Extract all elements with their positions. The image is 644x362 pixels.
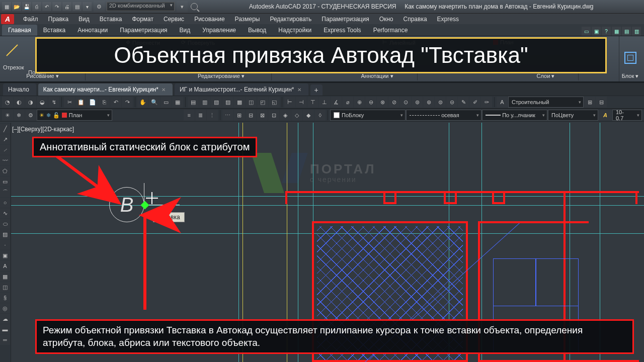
close-icon[interactable]: ✕ (297, 87, 301, 93)
draw-line-icon[interactable]: ╱ (0, 124, 10, 134)
layer-icon[interactable]: ❄ (14, 110, 25, 121)
tb1-icon[interactable]: ▨ (222, 97, 233, 108)
qat-saveas-icon[interactable]: ⎙ (32, 2, 41, 11)
dim-icon[interactable]: ⊣ (296, 97, 307, 108)
tb1-icon[interactable]: ✋ (137, 97, 148, 108)
tb1-icon[interactable]: ▩ (234, 97, 245, 108)
app-logo[interactable]: A (1, 14, 14, 24)
layer-tool-icon[interactable]: ⊟ (246, 110, 257, 121)
layer-tool-icon[interactable]: ◇ (291, 110, 302, 121)
draw-poly-icon[interactable]: ⬠ (0, 166, 10, 176)
ribbon-tab-annotate[interactable]: Аннотации (71, 25, 114, 36)
close-icon[interactable]: ✕ (162, 87, 166, 93)
workspace-selector[interactable]: 2D комбинированный (107, 2, 175, 11)
draw-arc-icon[interactable]: ⌒ (0, 187, 10, 197)
tb1-icon[interactable]: ◔ (2, 97, 13, 108)
dim-icon[interactable]: ⊞ (584, 97, 595, 108)
model-space[interactable]: ПОРТАЛ о черчении (11, 123, 644, 362)
menu-draw[interactable]: Рисование (189, 14, 229, 24)
draw-helix-icon[interactable]: § (0, 293, 10, 303)
tb1-icon[interactable]: ▥ (199, 97, 210, 108)
tb1-icon[interactable]: ◫ (246, 97, 257, 108)
ribbon-min-icon[interactable]: ▭ (582, 27, 591, 36)
dim-icon[interactable]: ⌀ (342, 97, 353, 108)
tb1-icon[interactable]: ◐ (14, 97, 25, 108)
qat-save-icon[interactable]: 💾 (22, 2, 31, 11)
draw-ray-icon[interactable]: ↗ (0, 134, 10, 144)
draw-table-icon[interactable]: ▦ (0, 272, 10, 282)
qat-undo-icon[interactable]: ↶ (42, 2, 51, 11)
draw-text-icon[interactable]: A (0, 261, 10, 271)
menu-view[interactable]: Вид (73, 14, 95, 24)
line-tool-icon[interactable] (3, 41, 21, 59)
dim-icon[interactable]: ⊛ (423, 97, 434, 108)
dim-icon[interactable]: ✐ (469, 97, 480, 108)
layer-tool-icon[interactable]: ◈ (280, 110, 291, 121)
tb1-icon[interactable]: ▭ (160, 97, 172, 108)
file-tab-other[interactable]: ИГ и Машиностроит...- Евгений Курицин*✕ (175, 83, 308, 96)
draw-spline-icon[interactable]: ∿ (0, 208, 10, 218)
draw-point-icon[interactable]: · (0, 240, 10, 250)
ribbon-tab-parametric[interactable]: Параметризация (114, 25, 173, 36)
draw-rev-icon[interactable]: ☁ (0, 314, 10, 324)
tb1-icon[interactable]: ↶ (110, 97, 121, 108)
ribbon-help-icon[interactable]: ? (602, 27, 611, 36)
ribbon-tab-view[interactable]: Вид (174, 25, 197, 36)
layer-tool-icon[interactable]: ≣ (195, 110, 206, 121)
layer-tool-icon[interactable]: ◆ (303, 110, 314, 121)
palette3-icon[interactable]: ▥ (632, 27, 641, 36)
tb1-icon[interactable]: ↷ (122, 97, 133, 108)
layer-tool-icon[interactable]: ⋮ (207, 110, 218, 121)
draw-ellipse-icon[interactable]: ⬭ (0, 219, 10, 229)
dim-icon[interactable]: ⊢ (284, 97, 295, 108)
dim-icon[interactable]: ⊥ (319, 97, 330, 108)
layer-tool-icon[interactable]: ⊞ (234, 110, 245, 121)
dim-icon[interactable]: ⊗ (377, 97, 388, 108)
menu-edit[interactable]: Правка (43, 14, 74, 24)
layer-current[interactable]: ☀❄🔓 План (37, 110, 112, 121)
color-selector[interactable]: ПоБлоку (330, 110, 406, 121)
dim-icon[interactable]: ⊜ (435, 97, 446, 108)
annotative-icon[interactable]: A (599, 110, 612, 121)
menu-window[interactable]: Окно (374, 14, 398, 24)
tb1-icon[interactable]: ◱ (269, 97, 280, 108)
plotstyle-selector[interactable]: ПоЦвету (548, 110, 598, 121)
layer-icon[interactable]: ☀ (2, 110, 13, 121)
draw-wipe-icon[interactable]: ▬ (0, 324, 10, 334)
menu-help[interactable]: Справка (398, 14, 432, 24)
tb1-icon[interactable]: ⎘ (99, 97, 110, 108)
layer-tool-icon[interactable]: ⊠ (257, 110, 268, 121)
draw-donut-icon[interactable]: ◎ (0, 303, 10, 313)
ribbon-tab-express[interactable]: Express Tools (317, 25, 367, 36)
dim-icon[interactable]: ⊤ (307, 97, 318, 108)
menu-dimension[interactable]: Размеры (230, 14, 265, 24)
tb1-icon[interactable]: ▧ (211, 97, 222, 108)
dim-icon[interactable]: ⊘ (388, 97, 399, 108)
dim-icon[interactable]: ⊕ (354, 97, 365, 108)
dim-icon[interactable]: ⊟ (596, 97, 607, 108)
lineweight-selector[interactable]: По у...лчаник (482, 110, 547, 121)
ribbon-tab-insert[interactable]: Вставка (37, 25, 72, 36)
ribbon-tab-addins[interactable]: Надстройки (272, 25, 317, 36)
tb1-icon[interactable]: ◰ (257, 97, 268, 108)
draw-block-icon[interactable]: ▣ (0, 250, 10, 260)
ribbon-tab-performance[interactable]: Performance (367, 25, 414, 36)
ribbon-tab-output[interactable]: Вывод (242, 25, 272, 36)
panel-block[interactable]: Блок ▾ (619, 36, 641, 81)
file-tab-active[interactable]: Как самому начерти...- Евгений Курицин*✕ (38, 83, 173, 96)
tb1-icon[interactable]: ▤ (188, 97, 199, 108)
tool-line-label[interactable]: Отрезок (3, 64, 24, 70)
tb1-icon[interactable]: 🔍 (149, 97, 160, 108)
new-tab-button[interactable]: + (310, 84, 323, 96)
menu-parametric[interactable]: Параметризация (316, 14, 374, 24)
dim-icon[interactable]: ✑ (481, 97, 492, 108)
layer-tool-icon[interactable]: ⋯ (222, 110, 233, 121)
search-icon[interactable] (191, 3, 198, 10)
menu-express[interactable]: Express (432, 14, 464, 24)
dim-icon[interactable]: ⊖ (365, 97, 376, 108)
file-tab-start[interactable]: Начало (3, 83, 36, 96)
tb1-icon[interactable]: ◑ (25, 97, 36, 108)
qat-open-icon[interactable]: 📂 (12, 2, 21, 11)
layer-icon[interactable]: ⚙ (25, 110, 36, 121)
dim-icon[interactable]: ∡ (331, 97, 342, 108)
